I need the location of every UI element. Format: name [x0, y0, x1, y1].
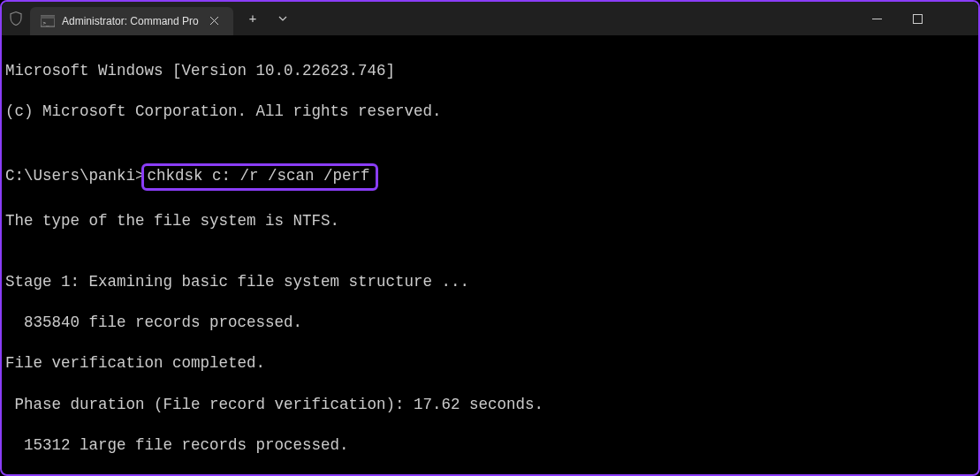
output-line: (c) Microsoft Corporation. All rights re… [5, 102, 973, 122]
output-line: 835840 file records processed. [5, 313, 973, 333]
shield-icon [2, 11, 30, 26]
minimize-button[interactable] [856, 4, 897, 33]
new-tab-button[interactable]: + [239, 6, 267, 31]
prompt-prefix: C:\Users\panki> [5, 167, 145, 185]
output-line: Stage 1: Examining basic file system str… [5, 272, 973, 292]
maximize-button[interactable] [897, 4, 938, 33]
svg-rect-6 [913, 14, 922, 23]
output-line: The type of the file system is NTFS. [5, 211, 973, 231]
prompt-line: C:\Users\panki>chkdsk c: /r /scan /perf [5, 163, 973, 191]
command-highlight: chkdsk c: /r /scan /perf [141, 163, 378, 191]
output-line: Phase duration (File record verification… [5, 395, 973, 415]
terminal-content[interactable]: Microsoft Windows [Version 10.0.22623.74… [2, 35, 978, 476]
close-tab-button[interactable] [206, 14, 223, 28]
output-line: Microsoft Windows [Version 10.0.22623.74… [5, 61, 973, 81]
terminal-tab[interactable]: >_ Administrator: Command Pro [30, 7, 233, 35]
window-titlebar: >_ Administrator: Command Pro + [2, 2, 978, 35]
tab-actions: + [239, 6, 297, 31]
svg-text:>_: >_ [43, 19, 50, 26]
output-line: 15312 large file records processed. [5, 435, 973, 456]
cmd-icon: >_ [41, 14, 55, 28]
tab-dropdown-button[interactable] [269, 6, 297, 31]
tab-title: Administrator: Command Pro [62, 15, 199, 27]
output-line: File verification completed. [5, 353, 973, 374]
window-controls [856, 4, 978, 33]
